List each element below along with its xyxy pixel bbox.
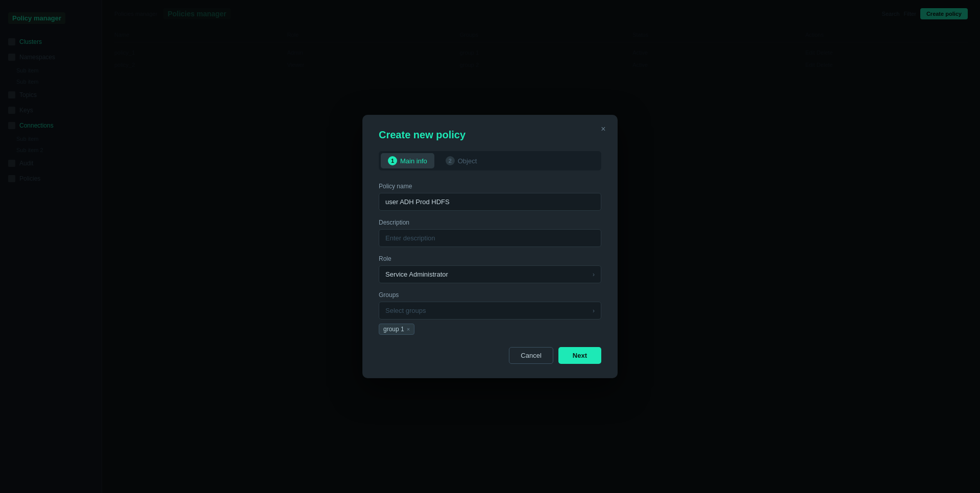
role-group: Role Service Administrator › [379,255,601,283]
groups-label: Groups [379,291,601,299]
modal-overlay: × Create new policy 1 Main info 2 Object… [0,0,980,493]
group-tag-1: group 1 × [379,324,414,335]
modal-close-button[interactable]: × [597,123,609,135]
groups-tag-container: group 1 × [379,324,601,335]
description-input[interactable] [379,229,601,247]
tab-main-info[interactable]: 1 Main info [381,153,434,168]
group-tag-1-remove[interactable]: × [407,327,410,332]
policy-name-input[interactable] [379,193,601,211]
modal-title: Create new policy [379,129,601,141]
modal-footer: Cancel Next [379,347,601,364]
tab-main-info-number: 1 [388,156,397,165]
role-label: Role [379,255,601,262]
tab-main-info-label: Main info [400,157,427,165]
tab-object-label: Object [458,157,477,165]
group-tag-1-label: group 1 [383,326,404,333]
description-label: Description [379,219,601,226]
tab-object[interactable]: 2 Object [438,153,484,168]
groups-placeholder: Select groups [385,307,426,314]
next-button[interactable]: Next [558,347,601,364]
role-value: Service Administrator [385,270,448,278]
policy-name-label: Policy name [379,183,601,190]
role-select[interactable]: Service Administrator › [379,265,601,283]
policy-name-group: Policy name [379,183,601,211]
groups-select[interactable]: Select groups › [379,302,601,319]
role-chevron-icon: › [593,271,595,278]
tab-object-number: 2 [446,156,455,165]
cancel-button[interactable]: Cancel [509,347,553,364]
groups-group: Groups Select groups › group 1 × [379,291,601,335]
modal-tabs: 1 Main info 2 Object [379,151,601,170]
description-group: Description [379,219,601,247]
groups-chevron-icon: › [593,307,595,314]
create-policy-modal: × Create new policy 1 Main info 2 Object… [362,115,618,378]
